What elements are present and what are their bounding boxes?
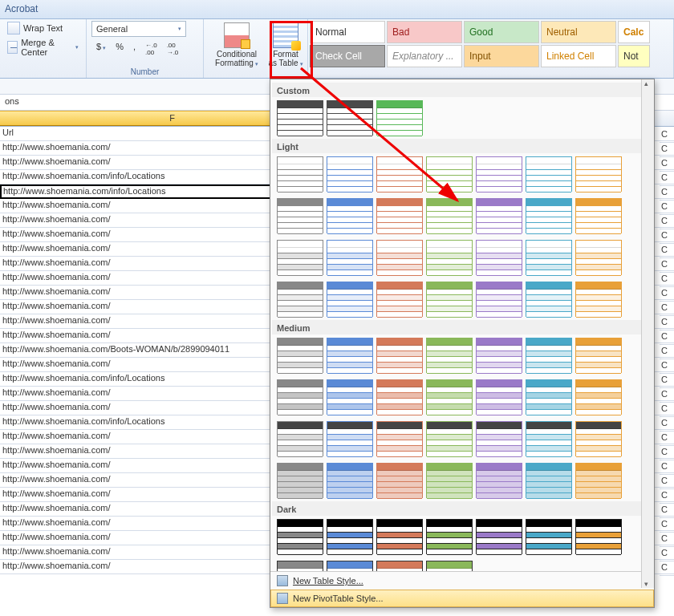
partial-cell[interactable]: C: [660, 244, 674, 258]
table-style-swatch[interactable]: [277, 198, 323, 233]
partial-cell[interactable]: C: [660, 128, 674, 143]
table-style-swatch[interactable]: [526, 379, 572, 415]
table-style-swatch[interactable]: [476, 282, 522, 317]
comma-button[interactable]: ,: [128, 39, 140, 59]
table-style-swatch[interactable]: [526, 338, 572, 373]
table-style-swatch[interactable]: [327, 463, 373, 498]
partial-cell[interactable]: C: [660, 561, 674, 576]
conditional-formatting-button[interactable]: ConditionalFormatting▾: [209, 21, 265, 70]
partial-cell[interactable]: C: [660, 388, 674, 403]
table-style-swatch[interactable]: [575, 240, 622, 275]
table-style-swatch[interactable]: [376, 379, 423, 415]
table-style-swatch[interactable]: [277, 463, 323, 498]
partial-cell[interactable]: C: [660, 518, 674, 533]
wrap-text-button[interactable]: Wrap Text: [5, 21, 81, 35]
table-style-swatch[interactable]: [526, 463, 572, 498]
partial-cell[interactable]: C: [660, 143, 674, 157]
increase-decimal-button[interactable]: ←.0.00: [140, 39, 162, 59]
partial-cell[interactable]: C: [660, 229, 674, 244]
table-style-swatch[interactable]: [277, 240, 323, 275]
table-style-swatch[interactable]: [426, 379, 473, 415]
table-style-swatch[interactable]: [376, 282, 423, 317]
partial-cell[interactable]: C: [660, 504, 674, 518]
partial-cell[interactable]: C: [660, 302, 674, 316]
partial-cell[interactable]: C: [660, 186, 674, 201]
partial-cell[interactable]: C: [660, 316, 674, 330]
table-style-swatch[interactable]: [376, 338, 423, 373]
table-style-swatch[interactable]: [327, 519, 373, 554]
table-style-swatch[interactable]: [327, 561, 373, 571]
partial-cell[interactable]: C: [660, 475, 674, 489]
table-style-swatch[interactable]: [426, 156, 473, 192]
table-style-swatch[interactable]: [575, 198, 622, 233]
table-style-swatch[interactable]: [277, 379, 323, 415]
table-style-swatch[interactable]: [376, 561, 423, 571]
new-table-style-menu[interactable]: New Table Style...: [270, 572, 654, 590]
table-style-swatch[interactable]: [476, 338, 522, 373]
table-style-swatch[interactable]: [376, 100, 423, 136]
table-style-swatch[interactable]: [426, 282, 473, 317]
partial-cell[interactable]: C: [660, 432, 674, 446]
table-style-swatch[interactable]: [476, 463, 522, 498]
style-linked-cell[interactable]: Linked Cell: [541, 45, 616, 67]
table-style-swatch[interactable]: [327, 282, 373, 317]
partial-cell[interactable]: C: [660, 547, 674, 561]
table-style-swatch[interactable]: [426, 338, 473, 373]
partial-cell[interactable]: C: [660, 330, 674, 345]
table-style-swatch[interactable]: [476, 421, 522, 456]
table-style-swatch[interactable]: [376, 421, 423, 456]
table-style-swatch[interactable]: [476, 379, 522, 415]
table-style-swatch[interactable]: [476, 156, 522, 192]
table-style-swatch[interactable]: [327, 198, 373, 233]
currency-button[interactable]: $▾: [91, 39, 111, 59]
table-style-swatch[interactable]: [426, 561, 473, 571]
partial-cell[interactable]: C: [660, 258, 674, 273]
table-style-swatch[interactable]: [327, 100, 373, 136]
new-pivottable-style-menu[interactable]: New PivotTable Style...: [270, 590, 654, 607]
table-style-swatch[interactable]: [277, 561, 323, 571]
table-style-swatch[interactable]: [526, 156, 572, 192]
gallery-scrollbar[interactable]: [641, 79, 654, 588]
partial-cell[interactable]: C: [660, 273, 674, 287]
style-bad[interactable]: Bad: [387, 21, 462, 43]
table-style-swatch[interactable]: [575, 156, 622, 192]
table-style-swatch[interactable]: [277, 100, 323, 136]
table-style-swatch[interactable]: [327, 421, 373, 456]
table-style-swatch[interactable]: [277, 421, 323, 456]
partial-cell[interactable]: C: [660, 215, 674, 229]
partial-cell[interactable]: C: [660, 157, 674, 172]
table-style-swatch[interactable]: [426, 463, 473, 498]
table-style-swatch[interactable]: [426, 421, 473, 456]
table-style-swatch[interactable]: [526, 421, 572, 456]
table-style-swatch[interactable]: [426, 198, 473, 233]
style-neutral[interactable]: Neutral: [541, 21, 616, 43]
style-calc[interactable]: Calc: [618, 21, 650, 43]
table-style-swatch[interactable]: [575, 421, 622, 456]
partial-cell[interactable]: C: [660, 172, 674, 186]
table-style-swatch[interactable]: [376, 519, 423, 554]
table-style-swatch[interactable]: [327, 338, 373, 373]
table-style-swatch[interactable]: [575, 338, 622, 373]
partial-cell[interactable]: C: [660, 403, 674, 417]
partial-cell[interactable]: C: [660, 489, 674, 504]
partial-cell[interactable]: C: [660, 533, 674, 547]
percent-button[interactable]: %: [111, 39, 128, 59]
partial-cell[interactable]: C: [660, 417, 674, 432]
table-style-swatch[interactable]: [426, 519, 473, 554]
format-as-table-button[interactable]: Formatas Table▾: [265, 21, 307, 70]
table-style-swatch[interactable]: [575, 379, 622, 415]
partial-cell[interactable]: C: [660, 374, 674, 388]
table-style-swatch[interactable]: [376, 463, 423, 498]
table-style-swatch[interactable]: [575, 282, 622, 317]
table-style-swatch[interactable]: [376, 240, 423, 275]
partial-cell[interactable]: C: [660, 460, 674, 475]
table-style-swatch[interactable]: [526, 519, 572, 554]
style-good[interactable]: Good: [464, 21, 539, 43]
table-style-swatch[interactable]: [327, 379, 373, 415]
table-style-swatch[interactable]: [575, 463, 622, 498]
table-style-swatch[interactable]: [327, 156, 373, 192]
partial-cell[interactable]: C: [660, 446, 674, 460]
style-explanatory[interactable]: Explanatory ...: [387, 45, 462, 67]
style-normal[interactable]: Normal: [310, 21, 385, 43]
table-style-swatch[interactable]: [277, 519, 323, 554]
